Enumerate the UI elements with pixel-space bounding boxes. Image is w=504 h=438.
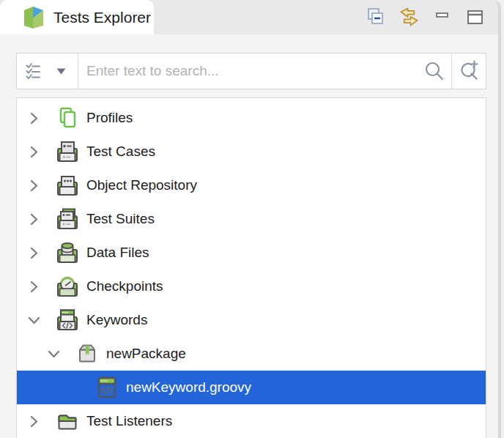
tests-tree: Profiles Test Cases [16,97,486,438]
package-icon [75,342,99,365]
chevron-right-icon[interactable] [26,281,41,293]
keywords-icon [56,308,79,332]
caret-down-icon[interactable] [45,68,78,75]
checkpoints-icon [56,275,79,298]
link-with-editor-icon[interactable] [399,7,420,29]
katalon-logo-icon [23,6,45,29]
object-repository-icon [56,174,79,197]
panel-title: Tests Explorer [53,9,151,26]
tree-item-newkeyword-groovy[interactable]: newKeyword.groovy [17,371,486,404]
test-listeners-icon [56,409,79,433]
keyword-file-icon [95,376,119,399]
chevron-right-icon[interactable] [26,247,41,259]
tree-item-test-cases[interactable]: Test Cases [17,135,486,168]
tree-item-label: Profiles [86,110,133,126]
data-files-icon [56,241,79,264]
tree-item-newpackage[interactable]: newPackage [17,337,486,371]
tree-item-checkpoints[interactable]: Checkpoints [17,270,486,303]
tree-item-test-listeners[interactable]: Test Listeners [17,404,486,438]
chevron-down-icon[interactable] [26,316,41,324]
chevron-right-icon[interactable] [26,213,41,226]
maximize-icon[interactable] [464,7,486,29]
chevron-right-icon[interactable] [26,112,41,125]
checklist-filter-icon[interactable] [17,62,45,81]
magnifier-plus-icon[interactable] [452,53,486,89]
tree-item-profiles[interactable]: Profiles [17,101,486,135]
profiles-icon [56,106,79,130]
panel-frame: Tests Explorer [0,0,501,438]
tree-item-label: newKeyword.groovy [126,379,251,396]
collapse-all-icon[interactable] [366,7,388,29]
test-cases-icon [56,140,79,163]
tree-item-data-files[interactable]: Data Files [17,236,486,270]
chevron-right-icon[interactable] [26,415,41,428]
tree-item-label: newPackage [106,346,186,362]
tree-item-label: Test Listeners [86,413,172,429]
minimize-icon[interactable] [431,7,453,29]
tree-item-label: Test Suites [86,211,155,227]
tab-tests-explorer[interactable]: Tests Explorer [0,0,154,34]
test-suites-icon [56,207,79,231]
tree-item-label: Checkpoints [86,278,163,294]
tree-item-keywords[interactable]: Keywords [17,303,486,337]
tree-item-label: Keywords [86,312,147,328]
tree-item-label: Test Cases [86,144,155,160]
magnifier-icon[interactable] [418,53,451,89]
chevron-right-icon[interactable] [26,179,41,192]
panel-toolbar [366,0,486,34]
search-input[interactable] [78,54,418,88]
tree-item-label: Object Repository [86,177,197,193]
chevron-down-icon[interactable] [46,350,61,358]
chevron-right-icon[interactable] [26,146,41,158]
tree-item-label: Data Files [86,245,149,261]
tree-item-object-repository[interactable]: Object Repository [17,168,486,202]
tab-bar: Tests Explorer [0,0,498,34]
tree-item-test-suites[interactable]: Test Suites [17,202,486,236]
search-bar [16,53,486,89]
tests-explorer-panel: Tests Explorer [0,0,504,438]
